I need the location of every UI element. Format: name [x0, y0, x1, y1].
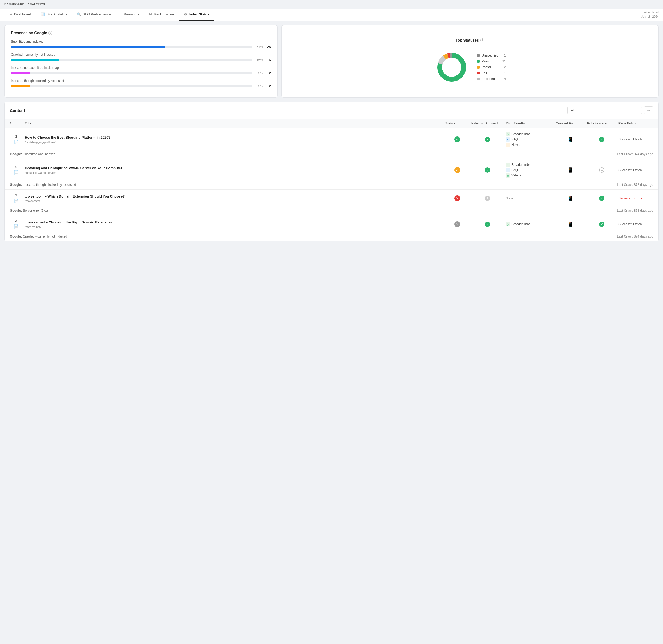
legend-dot-partial — [477, 66, 480, 68]
content-header: Content ··· — [4, 102, 659, 119]
filter-row: ··· — [567, 106, 653, 114]
row-num-3: 3 📄 — [10, 193, 23, 203]
filter-input[interactable] — [567, 107, 642, 114]
th-num: # — [10, 121, 23, 125]
row-url-1[interactable]: /best-blogging-platform/ — [25, 140, 443, 144]
row-crawled-1: 📱 — [556, 136, 585, 142]
status-check-orange-2: ✓ — [454, 167, 460, 173]
presence-label-2: Indexed, not submitted in sitemap — [11, 66, 271, 70]
rich-faq-icon-1: ≡ — [505, 137, 510, 141]
legend: Unspecified 1 Pass 31 Partial 2 — [477, 53, 506, 81]
row-url-4[interactable]: /com-vs-net/ — [25, 225, 443, 228]
row-url-2[interactable]: /installing-wamp-server/ — [25, 171, 443, 174]
rich-videos-2: ▦ Videos — [505, 173, 553, 178]
table-header: # Title Status Indexing Allowed Rich Res… — [4, 119, 659, 128]
bar-count-3: 2 — [266, 84, 271, 88]
last-crawl-4: Last Crawl: 874 days ago — [617, 235, 653, 238]
tab-index-status[interactable]: ⚙ Index Status — [179, 8, 214, 21]
th-crawled-as: Crawled As — [556, 121, 585, 125]
legend-count-partial: 2 — [500, 65, 506, 69]
tab-site-analytics[interactable]: 📊 Site Analytics — [36, 8, 72, 21]
bar-fill-1 — [11, 59, 59, 61]
bar-row-0: 64% 25 — [11, 45, 271, 49]
row-title-1[interactable]: How to Choose the Best Blogging Platform… — [25, 135, 443, 140]
row-status-3: ✕ — [445, 195, 469, 201]
legend-label-excluded: Excluded — [482, 77, 495, 81]
legend-dot-unspecified — [477, 54, 480, 57]
legend-item-excluded: Excluded 4 — [477, 77, 506, 81]
robots-minus-2: – — [599, 168, 604, 173]
donut-svg — [434, 50, 469, 85]
content-title: Content — [10, 108, 25, 113]
top-statuses-help-icon[interactable]: ? — [480, 38, 484, 42]
row-footer-2: Google: Indexed, though blocked by robot… — [4, 181, 659, 189]
tab-rank-tracker[interactable]: 🖥 Rank Tracker — [144, 8, 179, 21]
rich-breadcrumb-icon-1: ◇ — [505, 132, 510, 136]
breadcrumb-parent[interactable]: DASHBOARD — [4, 3, 24, 6]
row-crawled-4: 📱 — [556, 221, 585, 227]
row-fetch-4: Successful fetch — [618, 222, 653, 226]
presence-label-1: Crawled - currently not indexed — [11, 53, 271, 57]
status-q-gray-4: ? — [454, 221, 460, 227]
row-title-4[interactable]: .com vs .net – Choosing the Right Domain… — [25, 220, 443, 225]
tab-keywords[interactable]: ≡ Keywords — [115, 8, 144, 21]
legend-count-fail: 1 — [500, 71, 506, 75]
robots-check-1: ✓ — [599, 137, 604, 142]
last-updated-label: Last updated — [642, 11, 659, 14]
row-rich-3: None — [505, 197, 553, 200]
legend-item-partial: Partial 2 — [477, 65, 506, 69]
rich-faq-2: ≡ FAQ — [505, 168, 553, 172]
presence-item-1: Crawled - currently not indexed 15% 6 — [11, 53, 271, 62]
row-status-2: ✓ — [445, 167, 469, 173]
tab-rank-tracker-label: Rank Tracker — [154, 12, 174, 16]
rich-howto-1: ☰ How-to — [505, 142, 553, 147]
bar-row-3: 5% 2 — [11, 84, 271, 88]
google-status-4: Google: Crawled - currently not indexed — [10, 235, 67, 238]
th-indexing: Indexing Allowed — [472, 121, 503, 125]
top-statuses-title: Top Statuses ? — [288, 38, 652, 42]
row-title-2[interactable]: Installing and Configuring WAMP Server o… — [25, 166, 443, 171]
row-indexing-3: ? — [472, 196, 503, 201]
dashboard-icon: 🖥 — [9, 12, 13, 16]
row-num-1: 1 📄 — [10, 134, 23, 145]
rich-breadcrumb-icon-4: ◇ — [505, 222, 510, 226]
row-fetch-2: Successful fetch — [618, 168, 653, 172]
rank-tracker-icon: 🖥 — [149, 12, 152, 16]
presence-help-icon[interactable]: ? — [48, 31, 52, 35]
tab-seo-performance[interactable]: 🔍 SEO Performance — [72, 8, 116, 21]
row-url-3[interactable]: /co-vs-com/ — [25, 199, 443, 203]
site-analytics-icon: 📊 — [41, 12, 45, 16]
table-row-group-3: 3 📄 .co vs .com – Which Domain Extension… — [4, 190, 659, 215]
rich-breadcrumbs-2: ◇ Breadcrumbs — [505, 162, 553, 167]
tab-dashboard[interactable]: 🖥 Dashboard — [4, 8, 36, 21]
breadcrumb-current: ANALYTICS — [27, 3, 45, 6]
legend-label-pass: Pass — [482, 60, 489, 63]
last-crawl-2: Last Crawl: 872 days ago — [617, 183, 653, 186]
filter-options-button[interactable]: ··· — [644, 106, 653, 114]
row-fetch-1: Successful fetch — [618, 137, 653, 141]
legend-dot-excluded — [477, 77, 480, 80]
breadcrumb: DASHBOARD / ANALYTICS — [0, 0, 663, 8]
legend-count-unspecified: 1 — [500, 53, 506, 57]
legend-label-unspecified: Unspecified — [482, 53, 499, 57]
bar-bg-0 — [11, 46, 252, 48]
tab-dashboard-label: Dashboard — [14, 12, 31, 16]
row-robots-4: ✓ — [587, 222, 616, 227]
table-row-2: 2 📄 Installing and Configuring WAMP Serv… — [4, 159, 659, 181]
legend-item-pass: Pass 31 — [477, 60, 506, 63]
row-footer-3: Google: Server error (5xx) Last Crawl: 8… — [4, 207, 659, 215]
tab-site-analytics-label: Site Analytics — [47, 12, 67, 16]
row-title-3[interactable]: .co vs .com – Which Domain Extension Sho… — [25, 194, 443, 199]
tab-seo-label: SEO Performance — [83, 12, 111, 16]
last-crawl-1: Last Crawl: 874 days ago — [617, 152, 653, 156]
rich-breadcrumbs-1: ◇ Breadcrumbs — [505, 132, 553, 136]
index-status-icon: ⚙ — [184, 12, 187, 16]
indexing-check-green-1: ✓ — [485, 137, 490, 142]
keywords-icon: ≡ — [120, 12, 122, 16]
rich-faq-icon-2: ≡ — [505, 168, 510, 172]
row-rich-1: ◇ Breadcrumbs ≡ FAQ ☰ How-to — [505, 132, 553, 147]
row-footer-4: Google: Crawled - currently not indexed … — [4, 233, 659, 241]
bar-pct-3: 5% — [255, 84, 263, 88]
presence-card: Presence on Google ? Submitted and index… — [4, 25, 278, 97]
th-title: Title — [25, 121, 443, 125]
